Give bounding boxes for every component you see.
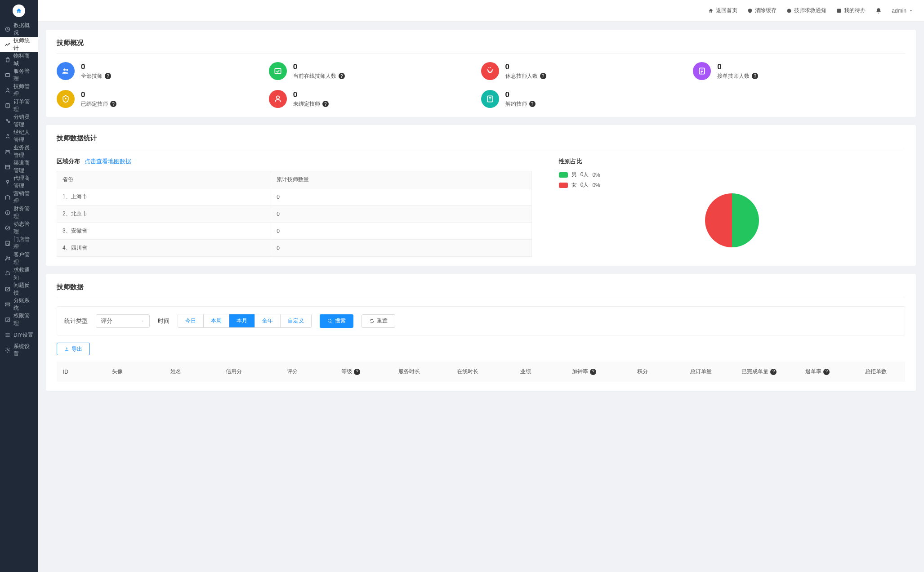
- sidebar-item-7[interactable]: 经纪人管理: [0, 129, 38, 144]
- menu-icon: [4, 301, 11, 308]
- region-cell-name: 2、北京市: [57, 206, 271, 223]
- sidebar-item-9[interactable]: 渠道商管理: [0, 159, 38, 174]
- overview-value: 0: [505, 63, 546, 72]
- sidebar-item-14[interactable]: 门店管理: [0, 236, 38, 251]
- sidebar-item-2[interactable]: 物料商城: [0, 52, 38, 67]
- sidebar-item-label: 分账系统: [13, 297, 33, 312]
- help-icon[interactable]: ?: [752, 73, 758, 79]
- sidebar-item-0[interactable]: 数据概况: [0, 22, 38, 37]
- time-option-2[interactable]: 本月: [229, 314, 255, 327]
- legend-swatch-female: [559, 183, 568, 188]
- overview-icon: [269, 62, 287, 80]
- overview-item-1: 0当前在线技师人数?: [269, 62, 481, 80]
- region-title: 区域分布: [57, 157, 80, 165]
- table-col-3: 信用分: [205, 368, 263, 375]
- sidebar-item-18[interactable]: 分账系统: [0, 297, 38, 312]
- svg-rect-17: [5, 303, 9, 304]
- help-icon[interactable]: ?: [770, 369, 777, 375]
- help-icon[interactable]: ?: [540, 73, 546, 79]
- menu-icon: [4, 179, 11, 185]
- svg-point-10: [7, 180, 9, 183]
- menu-icon: [4, 347, 11, 353]
- sidebar-item-6[interactable]: 分销员管理: [0, 113, 38, 129]
- overview-value: 0: [717, 63, 758, 72]
- help-icon[interactable]: ?: [354, 369, 360, 375]
- help-icon[interactable]: ?: [529, 101, 536, 107]
- header-home[interactable]: 返回首页: [708, 7, 737, 14]
- sidebar-item-11[interactable]: 营销管理: [0, 190, 38, 205]
- gender-pie-chart: [705, 193, 759, 247]
- time-option-3[interactable]: 全年: [255, 314, 281, 327]
- help-icon[interactable]: ?: [590, 369, 596, 375]
- header-bell[interactable]: [875, 8, 882, 14]
- svg-rect-14: [7, 244, 9, 246]
- table-col-10: 积分: [613, 368, 672, 375]
- sidebar-item-label: 问题反馈: [13, 282, 33, 297]
- header-user[interactable]: admin: [892, 8, 913, 14]
- sidebar-item-21[interactable]: 系统设置: [0, 343, 38, 358]
- time-option-4[interactable]: 自定义: [281, 314, 311, 327]
- help-icon[interactable]: ?: [322, 101, 329, 107]
- sidebar-item-19[interactable]: 权限管理: [0, 312, 38, 327]
- col-label: ID: [63, 369, 68, 375]
- sidebar-item-12[interactable]: 财务管理: [0, 205, 38, 220]
- export-button[interactable]: 导出: [57, 343, 90, 355]
- alert-icon: [786, 8, 792, 13]
- region-cell-count: 0: [271, 223, 532, 240]
- shield-icon: [747, 8, 753, 13]
- overview-label: 全部技师: [81, 72, 103, 80]
- home-icon: [708, 8, 714, 13]
- search-button[interactable]: 搜索: [320, 314, 353, 328]
- sidebar-item-8[interactable]: 业务员管理: [0, 144, 38, 159]
- sidebar-item-13[interactable]: 动态管理: [0, 220, 38, 236]
- col-label: 退单率: [805, 368, 821, 375]
- stats-title: 技师数据统计: [57, 134, 905, 149]
- help-icon[interactable]: ?: [339, 73, 345, 79]
- overview-label: 解约技师: [505, 100, 527, 108]
- time-option-0[interactable]: 今日: [178, 314, 204, 327]
- help-icon[interactable]: ?: [823, 369, 830, 375]
- filter-row: 统计类型 评分 时间 今日本周本月全年自定义 搜索 重置: [57, 306, 905, 335]
- header-sos[interactable]: 技师求救通知: [786, 7, 826, 14]
- region-cell-name: 1、上海市: [57, 188, 271, 206]
- sidebar-item-10[interactable]: 代理商管理: [0, 174, 38, 190]
- col-label: 已完成单量: [741, 368, 768, 375]
- reset-button[interactable]: 重置: [362, 314, 395, 328]
- header-home-label: 返回首页: [716, 7, 737, 14]
- overview-icon: [57, 62, 75, 80]
- sidebar-item-16[interactable]: 求救通知: [0, 266, 38, 282]
- header-clear-cache[interactable]: 清除缓存: [747, 7, 777, 14]
- header-todo[interactable]: 我的待办: [836, 7, 866, 14]
- sidebar-item-4[interactable]: 技师管理: [0, 83, 38, 98]
- menu-icon: [4, 148, 11, 155]
- legend-female-people: 0人: [580, 181, 589, 189]
- region-cell-name: 3、安徽省: [57, 223, 271, 240]
- sidebar-item-1[interactable]: 技师统计: [0, 37, 38, 52]
- region-map-link[interactable]: 点击查看地图数据: [85, 157, 131, 165]
- help-icon[interactable]: ?: [110, 101, 116, 107]
- sidebar-logo[interactable]: [0, 0, 38, 22]
- col-label: 积分: [637, 368, 648, 375]
- gender-title: 性别占比: [559, 157, 905, 165]
- overview-item-6: 0解约技师?: [481, 90, 693, 108]
- search-icon: [327, 318, 333, 324]
- table-col-11: 总订单量: [672, 368, 730, 375]
- filter-time-label: 时间: [158, 317, 170, 325]
- overview-item-3: 0接单技师人数?: [693, 62, 905, 80]
- filter-type-select[interactable]: 评分: [96, 314, 150, 328]
- sidebar-item-17[interactable]: 问题反馈: [0, 282, 38, 297]
- menu-icon: [4, 317, 11, 323]
- sidebar-item-label: 代理商管理: [13, 174, 33, 190]
- overview-label: 当前在线技师人数: [293, 72, 336, 80]
- sidebar-item-15[interactable]: 客户管理: [0, 251, 38, 266]
- overview-item-5: 0未绑定技师?: [269, 90, 481, 108]
- menu-icon: [4, 164, 11, 170]
- help-icon[interactable]: ?: [105, 73, 111, 79]
- time-option-1[interactable]: 本周: [204, 314, 229, 327]
- legend-swatch-male: [559, 172, 568, 178]
- sidebar-item-3[interactable]: 服务管理: [0, 67, 38, 83]
- sidebar-item-5[interactable]: 订单管理: [0, 98, 38, 113]
- overview-card: 技师概况 0全部技师?0当前在线技师人数?0休息技师人数?0接单技师人数?0已绑…: [46, 30, 916, 117]
- sidebar-item-20[interactable]: DIY设置: [0, 327, 38, 343]
- datalist-table-head: ID头像姓名信用分评分等级?服务时长在线时长业绩加钟率?积分总订单量已完成单量?…: [57, 362, 905, 382]
